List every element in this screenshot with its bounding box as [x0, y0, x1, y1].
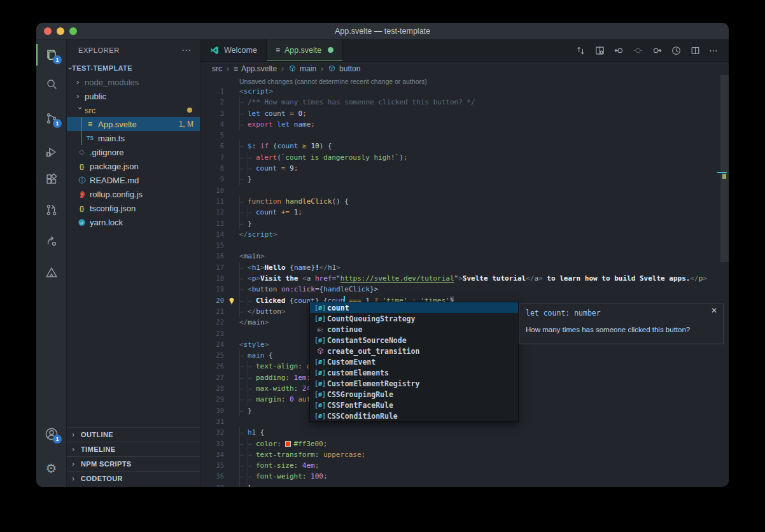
- more-actions-icon[interactable]: ⋯: [709, 45, 719, 55]
- more-actions-icon[interactable]: ⋯: [181, 47, 191, 53]
- codelens-annotation[interactable]: Unsaved changes (cannot determine recent…: [239, 77, 729, 86]
- start-tour-icon[interactable]: [671, 45, 682, 56]
- zoom-window-button[interactable]: [69, 27, 77, 35]
- activity-codetour[interactable]: [36, 258, 66, 286]
- activity-source-control[interactable]: 1: [36, 104, 66, 132]
- minimize-window-button[interactable]: [57, 27, 64, 35]
- suggestion-create_out_transition[interactable]: create_out_transition: [310, 346, 518, 356]
- scrollbar-thumb[interactable]: [720, 75, 729, 262]
- code-line[interactable]: 18→<p>Visit the <a href="https://svelte.…: [200, 273, 729, 284]
- suggestion-cssconditionrule[interactable]: [ø]CSSConditionRule: [310, 410, 518, 421]
- code-line[interactable]: 19→<button on:click={handleClick}>: [200, 284, 729, 295]
- suggestion-label: CSSGroupingRule: [327, 390, 393, 399]
- tree-item-label: package.json: [90, 162, 139, 171]
- code-line[interactable]: 7→→alert(`count is dangerously high!`);: [200, 152, 729, 163]
- tab-app-svelte[interactable]: ≡App.svelte: [267, 39, 343, 61]
- sidebar-section-outline[interactable]: ›OUTLINE: [67, 427, 200, 442]
- tree-item-package-json[interactable]: {}package.json: [67, 159, 200, 173]
- code-line[interactable]: 2→/** How many times has someone clicked…: [200, 97, 729, 108]
- sidebar-section-codetour[interactable]: ›CODETOUR: [67, 471, 200, 486]
- sidebar-section-timeline[interactable]: ›TIMELINE: [67, 442, 200, 456]
- close-window-button[interactable]: [44, 27, 52, 35]
- activity-run-debug[interactable]: [36, 138, 66, 166]
- code-line[interactable]: 1<script>: [200, 86, 729, 97]
- code-line[interactable]: 34→→text-transform: uppercase;: [200, 449, 729, 460]
- overview-cursor-marker: [717, 172, 727, 173]
- tree-item-readme-md[interactable]: README.md: [67, 173, 200, 187]
- code-line[interactable]: 8→→count = 9;: [200, 163, 729, 174]
- line-number: 33: [200, 438, 224, 449]
- code-line[interactable]: 14</script>: [200, 229, 729, 240]
- suggestion-customelements[interactable]: [ø]customElements: [310, 367, 518, 378]
- variable-icon: [ø]: [313, 402, 327, 409]
- activity-search[interactable]: [36, 70, 66, 98]
- code-line[interactable]: 35→→font-size: 4em;: [200, 460, 729, 471]
- tab-welcome[interactable]: Welcome: [200, 39, 267, 61]
- breadcrumb-app-svelte[interactable]: ≡App.svelte: [234, 64, 277, 73]
- json-icon: {}: [76, 163, 87, 170]
- tree-item-yarn-lock[interactable]: yarn.lock: [67, 215, 200, 229]
- code-line[interactable]: 6→$: if (count ≥ 10) {: [200, 141, 729, 151]
- activity-live-share[interactable]: [36, 228, 66, 256]
- title-bar[interactable]: App.svelte — test-template: [36, 23, 729, 39]
- suggestion-signature: let count: number: [526, 309, 717, 318]
- activity-extensions[interactable]: [36, 165, 66, 193]
- tree-item-tsconfig-json[interactable]: {}tsconfig.json: [67, 201, 200, 215]
- code-line[interactable]: 36→→font-weight: 100;: [200, 471, 729, 482]
- suggestion-countqueuingstrategy[interactable]: [ø]CountQueuingStrategy: [310, 313, 518, 324]
- suggestion-customevent[interactable]: [ø]CustomEvent: [310, 356, 518, 367]
- code-editor[interactable]: Unsaved changes (cannot determine recent…: [200, 75, 729, 487]
- tree-item-main-ts[interactable]: TSmain.ts: [67, 131, 200, 145]
- activity-explorer[interactable]: 1: [36, 41, 66, 69]
- code-line[interactable]: 15: [200, 240, 729, 251]
- tree-root-test-template[interactable]: › TEST-TEMPLATE: [67, 61, 200, 75]
- code-line[interactable]: 16<main>: [200, 251, 729, 262]
- code-line[interactable]: 4→export let name;: [200, 119, 729, 130]
- tree-item-label: README.md: [90, 176, 139, 185]
- suggestion-count[interactable]: [ø]count: [310, 302, 518, 313]
- tree-item-rollup-config-js[interactable]: rollup.config.js: [67, 187, 200, 201]
- activity-github-pr[interactable]: [36, 196, 66, 224]
- tree-item-public[interactable]: ›public: [67, 89, 200, 103]
- activity-accounts[interactable]: 1: [36, 420, 66, 448]
- tree-item--gitignore[interactable]: .gitignore: [67, 145, 200, 159]
- unsaved-dot[interactable]: [328, 47, 333, 53]
- code-line[interactable]: 3→let count = 0;: [200, 108, 729, 119]
- suggestion-constantsourcenode[interactable]: [ø]ConstantSourceNode: [310, 335, 518, 346]
- code-line[interactable]: 9→}: [200, 174, 729, 185]
- code-line[interactable]: 10: [200, 185, 729, 196]
- code-line[interactable]: 12→→count += 1;: [200, 207, 729, 218]
- line-content: →</button>: [239, 306, 286, 317]
- suggestion-continue[interactable]: continue: [310, 324, 518, 335]
- sidebar-section-npm-scripts[interactable]: ›NPM SCRIPTS: [67, 456, 200, 471]
- live-share-icon: [45, 235, 59, 249]
- line-content: [239, 130, 248, 141]
- nav-back-icon[interactable]: [614, 45, 624, 56]
- split-editor-icon[interactable]: [690, 45, 701, 56]
- tree-item-src[interactable]: ›src: [67, 103, 200, 117]
- tree-item-node-modules[interactable]: ›node_modules: [67, 75, 200, 89]
- activity-settings[interactable]: ⚙: [36, 454, 66, 482]
- open-changes-icon[interactable]: [575, 45, 586, 56]
- line-number: 2: [200, 97, 224, 108]
- suggestion-label: count: [327, 304, 349, 312]
- lightbulb-icon[interactable]: [227, 297, 236, 305]
- open-preview-icon[interactable]: [594, 45, 605, 56]
- close-icon[interactable]: ✕: [711, 306, 717, 315]
- code-line[interactable]: 11→function handleClick() {: [200, 196, 729, 207]
- code-line[interactable]: 5: [200, 130, 729, 141]
- suggestion-cssfontfacerule[interactable]: [ø]CSSFontFaceRule: [310, 400, 518, 410]
- tree-item-app-svelte[interactable]: ≡App.svelte1, M: [67, 117, 200, 131]
- code-line[interactable]: 33→→color: #ff3e00;: [200, 438, 729, 449]
- code-line[interactable]: 13→}: [200, 218, 729, 229]
- code-line[interactable]: 37→}: [200, 482, 729, 487]
- breadcrumb-main[interactable]: main: [288, 64, 316, 73]
- nav-forward-icon[interactable]: [652, 45, 663, 56]
- suggestion-cssgroupingrule[interactable]: [ø]CSSGroupingRule: [310, 389, 518, 400]
- breadcrumb-button[interactable]: button: [328, 64, 360, 73]
- line-content: →→padding: 1em;: [239, 372, 311, 383]
- code-line[interactable]: 32→h1 {: [200, 427, 729, 438]
- code-line[interactable]: 17→<h1>Hello {name}!</h1>: [200, 262, 729, 273]
- suggestion-customelementregistry[interactable]: [ø]CustomElementRegistry: [310, 378, 518, 389]
- breadcrumb-src[interactable]: src: [212, 64, 222, 73]
